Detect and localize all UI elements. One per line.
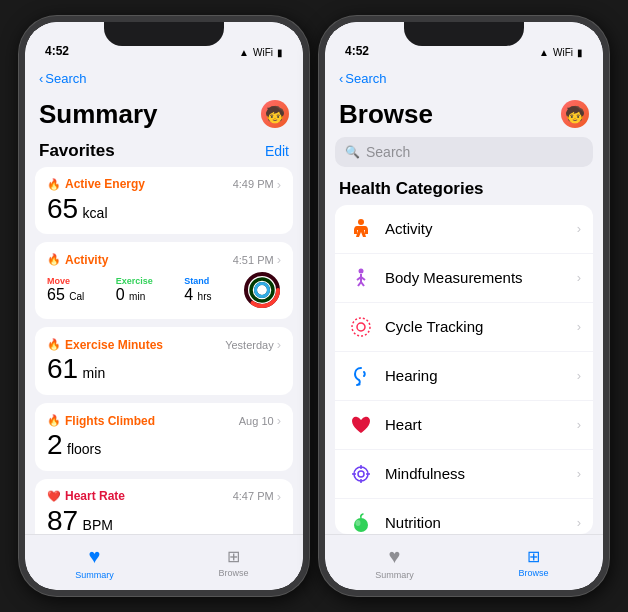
card-value-hr: 87 xyxy=(47,505,78,534)
card-time-hr: 4:47 PM xyxy=(233,490,274,502)
card-activity[interactable]: 🔥 Activity 4:51 PM › Move 65 xyxy=(35,242,293,319)
card-active-energy[interactable]: 🔥 Active Energy 4:49 PM › 65 kcal xyxy=(35,167,293,235)
notch-right xyxy=(404,22,524,46)
card-time-activity: 4:51 PM xyxy=(233,254,274,266)
exercise-value: 0 xyxy=(116,286,125,303)
category-item-mindfulness[interactable]: Mindfulness › xyxy=(335,450,593,499)
status-time-left: 4:52 xyxy=(45,44,69,58)
category-label-cycle: Cycle Tracking xyxy=(385,318,567,335)
card-chevron-activity: › xyxy=(277,252,281,267)
tab-summary-icon-right: ♥ xyxy=(389,545,401,568)
avatar-right: 🧒 xyxy=(561,100,589,128)
nav-back-label: Search xyxy=(45,71,86,86)
page-title-left: Summary xyxy=(39,100,158,129)
category-list: Activity › Body Measurements › xyxy=(335,205,593,534)
category-item-cycle[interactable]: Cycle Tracking › xyxy=(335,303,593,352)
tab-browse-icon-right: ⊞ xyxy=(527,547,540,566)
card-value-energy: 65 xyxy=(47,193,78,224)
tab-browse-right[interactable]: ⊞ Browse xyxy=(464,535,603,590)
hearing-icon xyxy=(347,362,375,390)
exercise-label: Exercise xyxy=(116,276,153,286)
section-header-left: Favorites Edit xyxy=(25,137,303,167)
search-input[interactable]: Search xyxy=(366,144,410,160)
category-label-body: Body Measurements xyxy=(385,269,567,286)
svg-point-16 xyxy=(354,467,368,481)
tab-browse-left[interactable]: ⊞ Browse xyxy=(164,535,303,590)
page-title-right: Browse xyxy=(339,100,433,129)
category-chevron-hearing: › xyxy=(577,368,581,383)
card-unit-flights: floors xyxy=(67,441,101,457)
card-time-exercise: Yesterday xyxy=(225,339,274,351)
tab-summary-right[interactable]: ♥ Summary xyxy=(325,535,464,590)
avatar-left: 🧒 xyxy=(261,100,289,128)
category-label-nutrition: Nutrition xyxy=(385,514,567,531)
tab-summary-label-right: Summary xyxy=(375,570,414,580)
category-item-body[interactable]: Body Measurements › xyxy=(335,254,593,303)
page-header-right: Browse 🧒 xyxy=(325,94,603,137)
card-exercise[interactable]: 🔥 Exercise Minutes Yesterday › 61 min xyxy=(35,327,293,395)
flame-icon-exercise: 🔥 xyxy=(47,338,61,351)
stand-value: 4 xyxy=(184,286,193,303)
category-chevron-nutrition: › xyxy=(577,515,581,530)
heart-icon xyxy=(347,411,375,439)
status-time-right: 4:52 xyxy=(345,44,369,58)
nutrition-icon xyxy=(347,509,375,534)
svg-point-23 xyxy=(356,520,361,526)
card-flights[interactable]: 🔥 Flights Climbed Aug 10 › 2 floors xyxy=(35,403,293,471)
exercise-unit: min xyxy=(129,291,145,302)
svg-point-17 xyxy=(358,471,364,477)
card-unit-hr: BPM xyxy=(83,517,113,533)
flame-icon-flights: 🔥 xyxy=(47,414,61,427)
signal-icon: ▲ xyxy=(239,47,249,58)
status-icons-right: ▲ WiFi ▮ xyxy=(539,47,583,58)
card-value-exercise: 61 xyxy=(47,353,78,384)
activity-ring xyxy=(243,271,281,309)
svg-point-22 xyxy=(354,518,368,532)
category-item-nutrition[interactable]: Nutrition › xyxy=(335,499,593,534)
category-item-hearing[interactable]: Hearing › xyxy=(335,352,593,401)
back-chevron-icon-right: ‹ xyxy=(339,71,343,86)
nav-bar-left: ‹ Search xyxy=(25,62,303,94)
notch xyxy=(104,22,224,46)
svg-point-13 xyxy=(352,318,370,336)
card-unit-exercise: min xyxy=(83,365,106,381)
wifi-icon: WiFi xyxy=(253,47,273,58)
category-label-heart: Heart xyxy=(385,416,567,433)
status-icons-left: ▲ WiFi ▮ xyxy=(239,47,283,58)
card-chevron-hr: › xyxy=(277,489,281,504)
edit-button[interactable]: Edit xyxy=(265,143,289,159)
card-title-flights: Flights Climbed xyxy=(65,414,155,428)
nav-back-left[interactable]: ‹ Search xyxy=(39,71,87,86)
card-title-exercise: Exercise Minutes xyxy=(65,338,163,352)
back-chevron-icon: ‹ xyxy=(39,71,43,86)
card-heart-rate[interactable]: ❤️ Heart Rate 4:47 PM › 87 BPM xyxy=(35,479,293,534)
svg-point-15 xyxy=(359,383,361,385)
card-time-flights: Aug 10 xyxy=(239,415,274,427)
card-time-energy: 4:49 PM xyxy=(233,178,274,190)
left-phone: 4:52 ▲ WiFi ▮ ‹ Search Summary xyxy=(19,16,309,596)
activity-icon xyxy=(347,215,375,243)
right-phone: 4:52 ▲ WiFi ▮ ‹ Search Browse xyxy=(319,16,609,596)
tab-summary-left[interactable]: ♥ Summary xyxy=(25,535,164,590)
category-chevron-cycle: › xyxy=(577,319,581,334)
page-header-left: Summary 🧒 xyxy=(25,94,303,137)
cycle-icon xyxy=(347,313,375,341)
tab-summary-icon: ♥ xyxy=(89,545,101,568)
card-title-activity: Activity xyxy=(65,253,108,267)
category-chevron-heart: › xyxy=(577,417,581,432)
tab-browse-label-right: Browse xyxy=(518,568,548,578)
battery-icon-right: ▮ xyxy=(577,47,583,58)
category-item-heart[interactable]: Heart › xyxy=(335,401,593,450)
nav-bar-right: ‹ Search xyxy=(325,62,603,94)
scroll-content-left[interactable]: Favorites Edit 🔥 Active Energy 4:49 PM › xyxy=(25,137,303,534)
move-unit: Cal xyxy=(69,291,84,302)
nav-back-right[interactable]: ‹ Search xyxy=(339,71,387,86)
category-item-activity[interactable]: Activity › xyxy=(335,205,593,254)
search-bar[interactable]: 🔍 Search xyxy=(335,137,593,167)
card-unit-energy: kcal xyxy=(83,205,108,221)
card-chevron-flights: › xyxy=(277,413,281,428)
tab-browse-icon-left: ⊞ xyxy=(227,547,240,566)
categories-header: Health Categories xyxy=(325,175,603,205)
section-title-left: Favorites xyxy=(39,141,115,161)
category-chevron-activity: › xyxy=(577,221,581,236)
